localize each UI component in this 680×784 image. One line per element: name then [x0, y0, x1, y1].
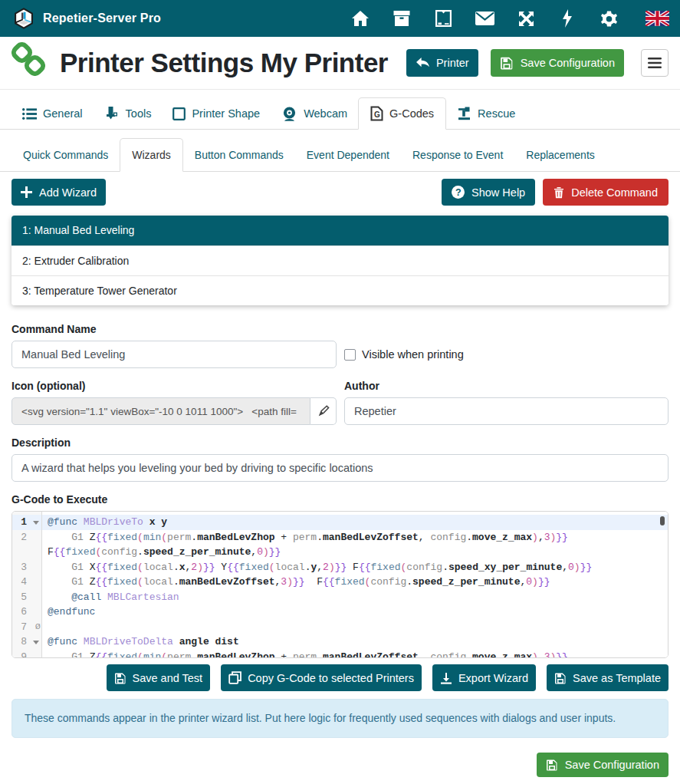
- svg-text:G: G: [374, 110, 380, 119]
- svg-text:?: ?: [455, 187, 462, 198]
